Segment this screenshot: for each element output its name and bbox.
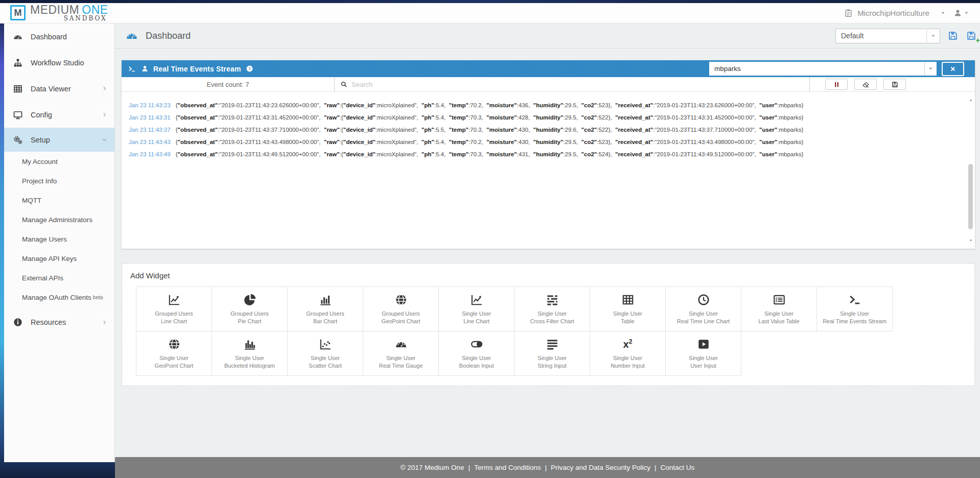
widget-tile-single-user-real-time-events-stream[interactable]: Single UserReal Time Events Stream — [816, 286, 893, 331]
widget-tile-single-user-boolean-input[interactable]: Single UserBoolean Input — [438, 331, 515, 376]
widget-tile-single-user-user-input[interactable]: Single UserUser Input — [665, 331, 741, 376]
chevron-right-icon — [102, 86, 107, 91]
sidebar-item-workflow-studio[interactable]: Workflow Studio — [4, 50, 114, 76]
svg-text:?: ? — [248, 66, 251, 71]
event-log-lines: Jan 23 11:43:23{"observed_at":"2019-01-2… — [122, 92, 975, 160]
globe-icon — [394, 293, 408, 306]
event-log-line: Jan 23 11:43:43{"observed_at":"2019-01-2… — [122, 136, 975, 148]
widget-tile-single-user-line-chart[interactable]: Single UserLine Chart — [438, 286, 515, 331]
widget-tile-single-user-number-input[interactable]: x2Single UserNumber Input — [590, 331, 666, 376]
sidebar-item-resources[interactable]: Resources — [4, 311, 114, 333]
save-dashboard-as-new-button[interactable]: + — [966, 30, 977, 41]
widget-tile-label-line2: Last Value Table — [758, 318, 799, 325]
event-json: {"observed_at":"2019-01-23T11:43:49.5120… — [176, 151, 804, 157]
organization-name[interactable]: MicrochipHorticulture — [857, 9, 929, 17]
scroll-up-arrow[interactable] — [967, 97, 974, 104]
add-widget-panel: Add Widget Grouped UsersLine ChartGroupe… — [122, 263, 975, 386]
widget-tile-label-line2: Table — [621, 318, 634, 325]
event-json: {"observed_at":"2019-01-23T11:43:31.4520… — [176, 114, 804, 121]
terminal-icon — [848, 293, 861, 306]
widget-tile-single-user-scatter-chart[interactable]: Single UserScatter Chart — [287, 331, 363, 376]
footer-link-privacy-and-data-security-policy[interactable]: Privacy and Data Security Policy — [551, 464, 650, 471]
sidebar-subitem-label: Manage OAuth Clients — [22, 294, 91, 301]
sidebar-subitem-manage-api-keys[interactable]: Manage API Keys — [4, 249, 114, 268]
widget-tile-grouped-users-bar-chart[interactable]: Grouped UsersBar Chart — [287, 286, 363, 331]
clear-stream-button[interactable] — [854, 79, 877, 90]
pause-stream-button[interactable] — [825, 79, 848, 90]
config-monitor-icon — [13, 110, 23, 120]
org-caret-down-icon[interactable] — [941, 11, 945, 15]
widget-tile-single-user-bucketed-histogram[interactable]: Single UserBucketed Histogram — [212, 331, 288, 376]
user-caret-down-icon[interactable] — [964, 11, 969, 15]
text-lines-icon — [546, 338, 559, 351]
data-table-icon — [13, 84, 23, 94]
widget-tile-single-user-last-value-table[interactable]: Single UserLast Value Table — [741, 286, 817, 331]
sidebar-subitem-label: Manage Administrators — [22, 216, 92, 224]
footer-link-terms-and-conditions[interactable]: Terms and Conditions — [474, 464, 541, 471]
app-root: M MEDIUMONE SANDBOX MicrochipHorticultur… — [0, 0, 980, 478]
sidebar-item-label: Workflow Studio — [31, 59, 84, 67]
sidebar-subitem-manage-users[interactable]: Manage Users — [4, 229, 114, 249]
sidebar-subitem-label: My Account — [22, 158, 58, 165]
scatter-icon — [319, 338, 332, 351]
scrollbar-thumb[interactable] — [968, 164, 973, 229]
widget-tile-single-user-real-time-gauge[interactable]: Single UserReal Time Gauge — [363, 331, 439, 376]
export-stream-button[interactable] — [883, 79, 906, 90]
save-dashboard-button[interactable] — [947, 30, 959, 41]
widget-tile-single-user-string-input[interactable]: Single UserString Input — [514, 331, 590, 376]
caret-down-icon — [969, 238, 973, 243]
event-timestamp: Jan 23 11:43:23 — [129, 102, 171, 108]
widget-tile-single-user-geopoint-chart[interactable]: Single UserGeoPoint Chart — [136, 331, 212, 376]
stream-log-area: Jan 23 11:43:23{"observed_at":"2019-01-2… — [122, 92, 975, 249]
caret-down-icon — [928, 66, 933, 71]
widget-tile-label-line1: Single User — [311, 354, 340, 362]
event-json: {"observed_at":"2019-01-23T11:43:23.6260… — [176, 102, 804, 108]
event-json: {"observed_at":"2019-01-23T11:43:37.7100… — [176, 127, 804, 133]
stream-user-filter-select[interactable]: mbparks — [709, 62, 937, 76]
caret-down-icon — [931, 34, 936, 38]
widget-tile-row: Single UserGeoPoint ChartSingle UserBuck… — [136, 331, 974, 376]
sidebar-subitem-manage-oauth-clients[interactable]: Manage OAuth Clientsbeta — [4, 288, 114, 307]
widget-tile-single-user-real-time-line-chart[interactable]: Single UserReal Time Line Chart — [665, 286, 741, 331]
sidebar-subitem-label: Project Info — [22, 177, 57, 185]
footer-separator: | — [545, 464, 547, 471]
widget-tile-single-user-table[interactable]: Single UserTable — [590, 286, 666, 331]
help-icon[interactable]: ? — [246, 65, 253, 73]
sidebar-item-data-viewer[interactable]: Data Viewer — [4, 76, 114, 102]
event-log-line: Jan 23 11:43:31{"observed_at":"2019-01-2… — [122, 111, 975, 124]
sidebar-subitem-my-account[interactable]: My Account — [4, 152, 114, 171]
widget-tile-grouped-users-geopoint-chart[interactable]: Grouped UsersGeoPoint Chart — [363, 286, 439, 331]
gears-icon — [13, 135, 23, 145]
sidebar-subitem-project-info[interactable]: Project Info — [4, 171, 114, 190]
search-icon — [340, 81, 347, 88]
widget-tile-label-line2: Bucketed Histogram — [224, 362, 275, 370]
stream-user-filter-value: mbparks — [709, 65, 924, 73]
widget-tile-grouped-users-pie-chart[interactable]: Grouped UsersPie Chart — [212, 286, 288, 331]
content-row: DashboardWorkflow StudioData ViewerConfi… — [0, 23, 980, 478]
widget-tile-label-line2: Boolean Input — [459, 362, 494, 370]
sidebar-item-config[interactable]: Config — [4, 102, 114, 128]
dashboard-preset-controls: Default + — [835, 29, 977, 43]
sidebar-subitem-manage-administrators[interactable]: Manage Administrators — [4, 210, 114, 229]
eraser-icon — [862, 81, 870, 88]
sidebar-item-dashboard[interactable]: Dashboard — [4, 23, 114, 50]
search-input[interactable] — [352, 81, 809, 88]
page-title-row: Dashboard Default + — [115, 23, 980, 49]
line-chart-icon — [168, 293, 181, 306]
widget-tile-single-user-cross-filter-chart[interactable]: Single UserCross Filter Chart — [514, 286, 590, 331]
event-count: Event count: 7 — [122, 77, 335, 91]
sidebar-subitem-mqtt[interactable]: MQTT — [4, 190, 114, 210]
widget-tile-grouped-users-line-chart[interactable]: Grouped UsersLine Chart — [136, 286, 212, 331]
event-timestamp: Jan 23 11:43:43 — [129, 139, 171, 145]
sidebar-item-setup[interactable]: Setup — [4, 128, 114, 152]
footer-separator: | — [468, 464, 470, 471]
sidebar-subitem-external-apis[interactable]: External APIs — [4, 268, 114, 288]
chevron-down-icon — [102, 137, 107, 142]
dashboard-preset-select[interactable]: Default — [835, 29, 940, 43]
close-widget-button[interactable] — [942, 62, 964, 76]
scroll-down-arrow[interactable] — [967, 237, 974, 244]
bar-chart-icon — [319, 293, 332, 306]
stream-widget-header[interactable]: Real Time Events Stream ? mbparks — [122, 60, 975, 77]
footer-link-contact-us[interactable]: Contact Us — [661, 464, 695, 471]
user-menu-icon[interactable] — [953, 9, 962, 17]
